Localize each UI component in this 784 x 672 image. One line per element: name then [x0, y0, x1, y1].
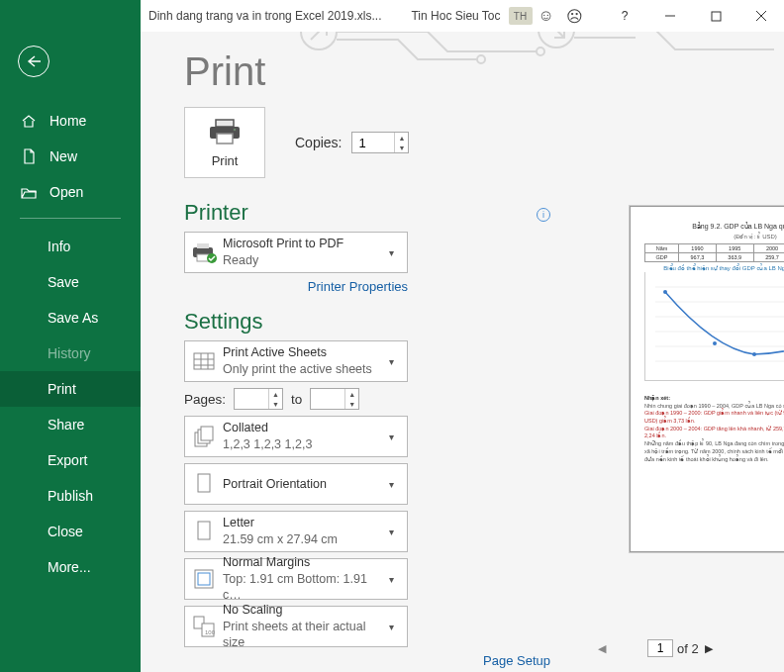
- svg-point-7: [539, 32, 574, 48]
- svg-point-37: [663, 290, 667, 294]
- pages-to-label: to: [291, 392, 302, 407]
- page-setup-link[interactable]: Page Setup: [483, 653, 550, 668]
- svg-point-11: [234, 128, 237, 131]
- page-count-label: of 2: [677, 641, 699, 656]
- help-button[interactable]: ?: [602, 0, 647, 32]
- copies-input[interactable]: [352, 133, 394, 152]
- home-icon: [20, 114, 38, 128]
- copies-stepper[interactable]: ▲▼: [351, 132, 409, 153]
- window-sitename: Tin Hoc Sieu Toc: [411, 9, 500, 23]
- doc-table: Năm19901995200020032004 GDP967,3363,9259…: [644, 243, 784, 262]
- scaling-icon: 100: [185, 616, 223, 637]
- sidebar-item-home[interactable]: Home: [0, 103, 141, 139]
- sidebar-item-history: History: [0, 336, 141, 371]
- sad-icon[interactable]: ☹: [566, 7, 583, 26]
- print-panel: Print Print Copies: ▲▼ Printer i Microso…: [141, 32, 784, 672]
- sidebar-item-info[interactable]: Info: [0, 229, 141, 264]
- doc-unit: (Đơn vị: tỉ USD): [644, 233, 784, 240]
- sidebar-item-close[interactable]: Close: [0, 514, 141, 549]
- printer-properties-link[interactable]: Printer Properties: [308, 279, 408, 294]
- paper-icon: [185, 521, 223, 542]
- svg-rect-16: [194, 353, 214, 369]
- svg-rect-13: [197, 243, 209, 248]
- sidebar-item-print[interactable]: Print: [0, 371, 141, 407]
- margins-icon: [185, 568, 223, 590]
- svg-rect-27: [198, 573, 210, 585]
- preview-footer: ◀ of 2 ▶: [592, 635, 784, 661]
- doc-title: Bảng 9.2. GDP của LB Nga qua các năm: [644, 223, 784, 231]
- pages-from-input[interactable]: [235, 389, 268, 409]
- portrait-icon: [185, 473, 223, 495]
- copies-label: Copies:: [295, 135, 342, 150]
- svg-rect-23: [201, 427, 213, 440]
- pages-to-input[interactable]: [311, 389, 344, 409]
- chevron-down-icon: ▾: [389, 479, 407, 490]
- sheets-icon: [185, 351, 223, 371]
- collated-icon: [185, 426, 223, 447]
- maximize-button[interactable]: [693, 0, 738, 32]
- new-icon: [20, 148, 38, 164]
- paper-size-dropdown[interactable]: Letter21.59 cm x 27.94 cm ▾: [184, 511, 408, 552]
- sidebar-item-more[interactable]: More...: [0, 549, 141, 585]
- sidebar-item-publish[interactable]: Publish: [0, 478, 141, 514]
- sidebar-divider: [20, 218, 121, 219]
- collation-dropdown[interactable]: Collated1,2,3 1,2,3 1,2,3 ▾: [184, 416, 408, 457]
- sidebar-item-export[interactable]: Export: [0, 442, 141, 478]
- prev-page-button[interactable]: ◀: [592, 642, 612, 655]
- copies-up[interactable]: ▲: [395, 133, 408, 143]
- chevron-down-icon: ▾: [389, 574, 407, 585]
- svg-rect-25: [198, 522, 210, 539]
- print-button[interactable]: Print: [184, 107, 265, 178]
- printer-name: Microsoft Print to PDF: [223, 236, 389, 252]
- chevron-down-icon: ▾: [389, 432, 407, 442]
- backstage-sidebar: Home New Open Info Save Save As History …: [0, 0, 141, 672]
- info-icon[interactable]: i: [537, 208, 550, 222]
- sidebar-item-new[interactable]: New: [0, 139, 141, 174]
- printer-section-title: Printer: [184, 200, 550, 226]
- svg-rect-10: [217, 134, 233, 144]
- svg-point-39: [752, 352, 756, 356]
- print-button-label: Print: [212, 153, 239, 168]
- window-filename: Dinh dang trang va in trong Excel 2019.x…: [148, 9, 381, 23]
- current-page-input[interactable]: [647, 639, 673, 657]
- svg-rect-24: [198, 474, 210, 492]
- print-what-dropdown[interactable]: Print Active SheetsOnly print the active…: [184, 340, 408, 382]
- sidebar-item-open[interactable]: Open: [0, 174, 141, 210]
- doc-chart: Biểu đồ thể hiện sự thay đổi GDP của LB …: [644, 272, 784, 381]
- sidebar-item-save[interactable]: Save: [0, 264, 141, 300]
- print-preview: ▲ ▼ Bảng 9.2. GDP của LB Nga qua các năm…: [592, 107, 784, 661]
- smile-icon[interactable]: ☺: [539, 7, 554, 25]
- page-title: Print: [184, 49, 784, 94]
- chevron-down-icon: ▾: [389, 356, 407, 367]
- open-icon: [20, 186, 38, 199]
- svg-point-4: [301, 32, 337, 49]
- chevron-down-icon: ▾: [389, 527, 407, 537]
- pages-to-stepper[interactable]: ▲▼: [310, 388, 359, 410]
- orientation-dropdown[interactable]: Portrait Orientation ▾: [184, 463, 408, 505]
- pages-label: Pages:: [184, 392, 226, 407]
- printer-dropdown[interactable]: Microsoft Print to PDFReady ▾: [184, 232, 408, 273]
- preview-page: Bảng 9.2. GDP của LB Nga qua các năm (Đơ…: [630, 206, 784, 552]
- back-button[interactable]: [18, 46, 49, 77]
- margins-dropdown[interactable]: Normal MarginsTop: 1.91 cm Bottom: 1.91 …: [184, 558, 408, 600]
- svg-text:100: 100: [205, 629, 216, 635]
- printer-status: Ready: [223, 252, 389, 269]
- svg-point-38: [713, 341, 717, 345]
- next-page-button[interactable]: ▶: [699, 642, 719, 655]
- copies-down[interactable]: ▼: [395, 143, 408, 152]
- minimize-button[interactable]: [647, 0, 693, 32]
- account-badge[interactable]: TH: [509, 7, 533, 25]
- printer-icon: [208, 118, 242, 145]
- chevron-down-icon: ▾: [389, 622, 407, 632]
- chevron-down-icon: ▾: [389, 247, 407, 258]
- svg-rect-1: [712, 12, 721, 21]
- scaling-dropdown[interactable]: 100 No ScalingPrint sheets at their actu…: [184, 606, 408, 647]
- sidebar-item-saveas[interactable]: Save As: [0, 300, 141, 336]
- pages-from-stepper[interactable]: ▲▼: [234, 388, 283, 410]
- printer-status-icon: [185, 241, 223, 263]
- close-button[interactable]: [738, 0, 784, 32]
- sidebar-item-share[interactable]: Share: [0, 407, 141, 442]
- settings-section-title: Settings: [184, 309, 550, 335]
- svg-rect-8: [216, 120, 234, 127]
